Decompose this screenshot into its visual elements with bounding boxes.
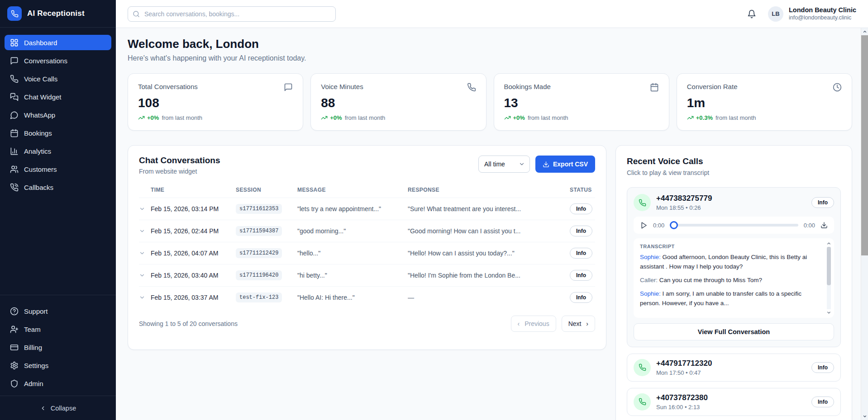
sidebar-item-conversations[interactable]: Conversations [5,53,111,68]
chevron-down-icon[interactable] [139,294,151,301]
page-subtitle: Here's what's happening with your AI rec… [128,54,852,62]
export-csv-label: Export CSV [553,160,588,168]
info-button[interactable]: Info [570,292,592,303]
time-filter-value: All time [484,160,505,168]
scrollbar-thumb[interactable] [861,35,868,255]
column-header-response: RESPONSE [408,187,570,193]
info-button[interactable]: Info [811,362,834,373]
cell-response: "Good morning! How can I assist you t... [408,227,570,235]
session-badge: s17711612353 [236,204,282,214]
transcript-box: TRANSCRIPT Sophie: Good afternoon, Londo… [634,238,834,318]
main-content: Welcome back, London Here's what's happe… [116,28,861,420]
user-info: London Beauty Clinic info@londonbeauty.c… [789,6,856,22]
scrollbar-track[interactable] [827,247,831,309]
scroll-up-icon[interactable] [826,241,831,246]
sidebar-item-admin[interactable]: Admin [5,376,111,391]
table-row[interactable]: Feb 15, 2026, 03:14 PM s17711612353 "let… [139,198,595,220]
scroll-down-icon[interactable] [826,310,831,315]
transcript-text: I am sorry, I am unable to transfer call… [640,290,801,307]
table-row[interactable]: Feb 15, 2026, 03:40 AM s17711196420 "hi … [139,264,595,286]
sidebar-item-label: Callbacks [24,184,53,191]
view-full-conversation-button[interactable]: View Full Conversation [634,323,834,340]
table-row[interactable]: Feb 15, 2026, 04:07 AM s17711212429 "hel… [139,242,595,264]
sidebar-item-callbacks[interactable]: Callbacks [5,179,111,195]
call-identity: +447917712320 Mon 17:50 • 0:47 [656,359,712,376]
user-menu[interactable]: LB London Beauty Clinic info@londonbeaut… [768,6,856,22]
scroll-up-icon[interactable] [861,28,868,35]
sidebar-item-bookings[interactable]: Bookings [5,125,111,141]
previous-page-button[interactable]: ‹ Previous [511,316,556,332]
slider-knob[interactable] [670,221,678,229]
sidebar-item-voice-calls[interactable]: Voice Calls [5,71,111,86]
stat-label: Total Conversations [138,83,198,90]
sidebar-item-chat-widget[interactable]: Chat Widget [5,89,111,104]
stat-delta-note: from last month [528,114,568,121]
info-button[interactable]: Info [570,203,592,214]
player-seek-slider[interactable] [670,221,798,229]
trending-up-icon: +0% [504,114,525,121]
user-name: London Beauty Clinic [789,6,856,14]
chat-panel-title: Chat Conversations [139,156,220,165]
next-page-button[interactable]: Next › [562,316,595,332]
calendar-icon [10,129,19,137]
cell-time: Feb 15, 2026, 02:44 PM [151,227,236,235]
users-icon [10,165,19,174]
search-input[interactable] [128,6,336,22]
page-scrollbar[interactable] [861,28,868,420]
sidebar-item-team[interactable]: Team [5,321,111,337]
transcript-scrollbar[interactable] [826,241,832,315]
cell-time: Feb 15, 2026, 03:37 AM [151,294,236,301]
voice-call-card-expanded[interactable]: +447383275779 Mon 18:55 • 0:26 Info 0:00… [627,187,841,347]
info-button[interactable]: Info [570,270,592,281]
download-icon[interactable] [820,222,828,229]
phone-icon [7,6,22,21]
user-email: info@londonbeauty.clinic [789,14,856,21]
scroll-down-icon[interactable] [861,413,868,420]
transcript-text: Can you cut me through to Miss Tom? [659,277,762,283]
chevron-left-icon [40,405,46,411]
sidebar-item-dashboard[interactable]: Dashboard [5,35,111,50]
download-icon [543,161,549,168]
sidebar-item-label: Billing [24,344,42,351]
help-circle-icon [10,307,19,316]
voice-call-card[interactable]: +40737872380 Sun 16:00 • 2:13 Info [627,388,841,416]
info-button[interactable]: Info [570,226,592,236]
phone-icon [10,75,19,83]
dashboard-grid-icon [10,38,19,47]
chevron-down-icon[interactable] [139,250,151,256]
sidebar-item-whatsapp[interactable]: WhatsApp [5,107,111,123]
info-button[interactable]: Info [570,248,592,259]
voice-call-card[interactable]: +447917712320 Mon 17:50 • 0:47 Info [627,354,841,382]
table-row[interactable]: Feb 15, 2026, 03:37 AM test-fix-123 "Hel… [139,286,595,308]
chevron-down-icon[interactable] [139,206,151,212]
chevron-down-icon[interactable] [139,272,151,278]
sidebar-item-settings[interactable]: Settings [5,358,111,373]
sidebar-item-support[interactable]: Support [5,303,111,319]
cell-response: "Hello! How can I assist you today?..." [408,250,570,257]
time-filter-select[interactable]: All time [478,156,530,173]
call-identity: +40737872380 Sun 16:00 • 2:13 [656,393,708,411]
notifications-bell-icon[interactable] [747,9,756,19]
info-button[interactable]: Info [811,197,834,208]
sidebar-item-customers[interactable]: Customers [5,161,111,177]
player-total-time: 0:00 [804,222,815,229]
chat-bubble-icon [284,83,293,92]
speaker-name: Sophie: [640,290,661,297]
call-identity: +447383275779 Mon 18:55 • 0:26 [656,194,712,211]
sidebar-item-label: Conversations [24,57,67,65]
info-button[interactable]: Info [811,396,834,407]
table-row[interactable]: Feb 15, 2026, 02:44 PM s17711594387 "goo… [139,220,595,242]
sidebar-item-billing[interactable]: Billing [5,340,111,355]
column-header-time: TIME [151,187,236,193]
cell-message: "hello..." [297,250,408,257]
shield-icon [10,379,19,388]
sidebar-item-analytics[interactable]: Analytics [5,143,111,159]
play-icon[interactable] [640,222,648,229]
cell-message: "lets try a new appointment..." [297,205,408,212]
sidebar-item-label: Analytics [24,147,51,155]
collapse-sidebar-button[interactable]: Collapse [0,396,116,420]
chevron-down-icon[interactable] [139,228,151,234]
export-csv-button[interactable]: Export CSV [535,156,595,173]
table-header-row: TIME SESSION MESSAGE RESPONSE STATUS [139,184,595,198]
scrollbar-thumb[interactable] [827,247,831,285]
